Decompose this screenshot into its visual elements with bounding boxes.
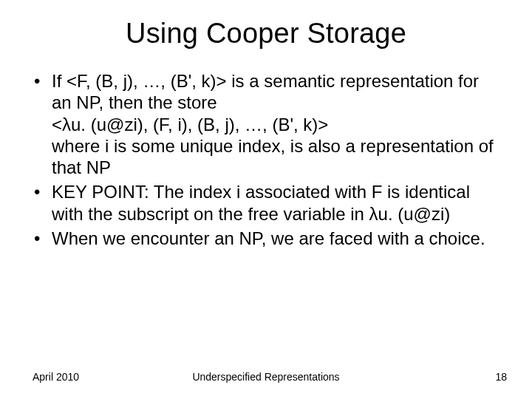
list-item: When we encounter an NP, we are faced wi… [34, 228, 502, 249]
list-item: If <F, (B, j), …, (B', k)> is a semantic… [34, 70, 502, 178]
slide-body: If <F, (B, j), …, (B', k)> is a semantic… [0, 50, 532, 249]
slide-title: Using Cooper Storage [0, 0, 532, 50]
bullet-text: If <F, (B, j), …, (B', k)> is a semantic… [52, 71, 494, 177]
slide: Using Cooper Storage If <F, (B, j), …, (… [0, 0, 532, 399]
list-item: KEY POINT: The index i associated with F… [34, 181, 502, 225]
bullet-text: When we encounter an NP, we are faced wi… [52, 228, 485, 248]
footer-title: Underspecified Representations [0, 371, 532, 383]
bullet-text: KEY POINT: The index i associated with F… [52, 182, 470, 223]
bullet-list: If <F, (B, j), …, (B', k)> is a semantic… [34, 70, 502, 249]
footer-page-number: 18 [495, 371, 507, 383]
